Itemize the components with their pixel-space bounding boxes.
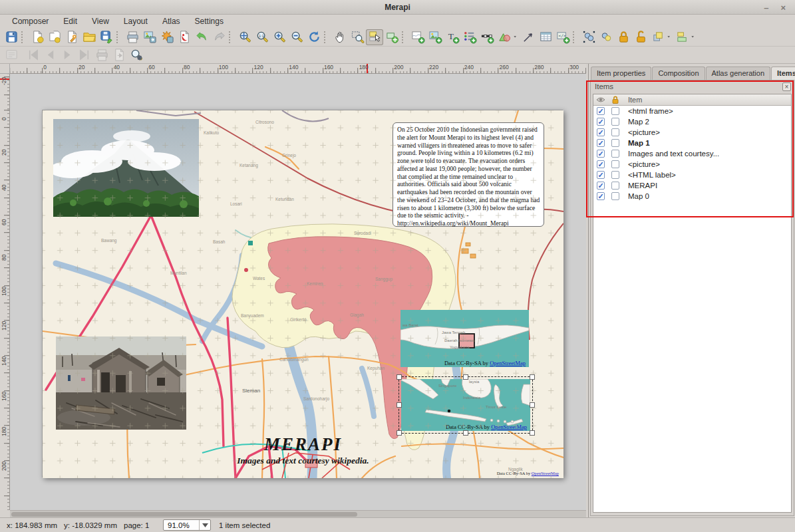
visibility-checkbox[interactable]: ✓ bbox=[597, 171, 605, 179]
lock-items-button[interactable] bbox=[615, 29, 632, 45]
minimize-button[interactable]: – bbox=[764, 3, 768, 12]
print-atlas-button[interactable] bbox=[93, 47, 110, 63]
add-shape-dropdown[interactable] bbox=[513, 29, 520, 45]
resize-handle[interactable] bbox=[397, 402, 402, 408]
canvas-horizontal-scrollbar[interactable] bbox=[10, 510, 586, 517]
visibility-checkbox[interactable]: ✓ bbox=[597, 128, 605, 136]
duplicate-composition-button[interactable] bbox=[46, 29, 63, 45]
add-label-button[interactable]: T bbox=[444, 29, 461, 45]
add-attribute-table-button[interactable] bbox=[537, 29, 554, 45]
item-row[interactable]: ✓Images and text courtesy... bbox=[593, 148, 791, 159]
ungroup-items-button[interactable] bbox=[597, 29, 615, 45]
zoom-in-button[interactable] bbox=[271, 29, 288, 45]
export-image-button[interactable] bbox=[141, 29, 158, 45]
select-move-item-button[interactable] bbox=[366, 29, 383, 45]
lock-checkbox[interactable] bbox=[611, 171, 619, 179]
raise-items-button[interactable] bbox=[649, 29, 667, 45]
item-row[interactable]: ✓Map 2 bbox=[593, 116, 791, 127]
zoom-full-button[interactable] bbox=[236, 29, 253, 45]
visibility-checkbox[interactable]: ✓ bbox=[597, 150, 605, 158]
zoom-actual-button[interactable]: 1:1 bbox=[253, 29, 271, 45]
atlas-settings-button[interactable] bbox=[128, 47, 145, 63]
lock-checkbox[interactable] bbox=[611, 192, 619, 200]
lock-checkbox[interactable] bbox=[611, 128, 619, 136]
composition-manager-button[interactable] bbox=[63, 29, 80, 45]
resize-handle[interactable] bbox=[397, 430, 402, 436]
item-row[interactable]: ✓MERAPI bbox=[593, 180, 791, 191]
zoom-dropdown-arrow[interactable] bbox=[199, 520, 210, 530]
pan-tool-button[interactable] bbox=[331, 29, 349, 45]
lock-checkbox[interactable] bbox=[611, 139, 619, 147]
undo-button[interactable] bbox=[193, 29, 210, 45]
lock-checkbox[interactable] bbox=[611, 160, 619, 168]
tab-atlas-generation[interactable]: Atlas generation bbox=[706, 66, 771, 80]
resize-handle[interactable] bbox=[530, 402, 535, 408]
menu-atlas[interactable]: Atlas bbox=[156, 15, 187, 27]
group-items-button[interactable] bbox=[580, 29, 597, 45]
raise-items-dropdown[interactable] bbox=[667, 29, 673, 45]
export-svg-button[interactable] bbox=[158, 29, 176, 45]
zoom-level-combo[interactable]: 91.0% bbox=[163, 519, 211, 531]
item-row[interactable]: ✓Map 0 bbox=[593, 191, 791, 201]
openstreetmap-link[interactable]: OpenStreetMap bbox=[490, 360, 526, 366]
dock-close-button[interactable]: × bbox=[782, 82, 791, 91]
close-button[interactable]: × bbox=[780, 3, 786, 12]
resize-handle[interactable] bbox=[530, 430, 535, 436]
menu-view[interactable]: View bbox=[85, 15, 116, 27]
print-button[interactable] bbox=[124, 29, 141, 45]
add-legend-button[interactable] bbox=[461, 29, 478, 45]
merapi-subtitle-label[interactable]: Images and text courtesy wikipedia. bbox=[43, 456, 563, 466]
align-items-button[interactable] bbox=[673, 29, 691, 45]
menu-composer[interactable]: Composer bbox=[5, 15, 55, 27]
align-items-dropdown[interactable] bbox=[691, 29, 697, 45]
redo-button[interactable] bbox=[210, 29, 228, 45]
add-scalebar-button[interactable] bbox=[478, 29, 496, 45]
selection-marquee[interactable] bbox=[398, 376, 533, 434]
save-as-button[interactable] bbox=[98, 29, 115, 45]
resize-handle[interactable] bbox=[463, 374, 468, 380]
previous-feature-button[interactable] bbox=[41, 47, 59, 63]
item-row[interactable]: ✓<picture> bbox=[593, 159, 791, 170]
export-atlas-button[interactable] bbox=[110, 47, 128, 63]
visibility-checkbox[interactable]: ✓ bbox=[597, 139, 605, 147]
visibility-checkbox[interactable]: ✓ bbox=[597, 182, 605, 190]
volcano-photo[interactable] bbox=[53, 119, 199, 217]
first-feature-button[interactable] bbox=[24, 47, 41, 63]
tab-item-properties[interactable]: Item properties bbox=[591, 66, 651, 80]
add-arrow-button[interactable] bbox=[520, 29, 537, 45]
article-text-frame[interactable]: On 25 October 2010 the Indonesian govern… bbox=[393, 122, 544, 227]
add-shape-button[interactable] bbox=[496, 29, 513, 45]
add-html-frame-button[interactable]: </> bbox=[554, 29, 571, 45]
resize-handle[interactable] bbox=[530, 374, 535, 380]
item-row[interactable]: ✓Map 1 bbox=[593, 138, 791, 148]
preview-atlas-button[interactable] bbox=[3, 47, 20, 63]
openstreetmap-link[interactable]: OpenStreetMap bbox=[532, 471, 559, 475]
tab-items[interactable]: Items bbox=[771, 66, 795, 80]
resize-handle[interactable] bbox=[397, 374, 402, 380]
zoom-out-button[interactable] bbox=[288, 29, 305, 45]
unlock-items-button[interactable] bbox=[632, 29, 649, 45]
add-image-button[interactable] bbox=[426, 29, 444, 45]
composition-page[interactable]: CitrosonoKalikutoGrinejoKetanangLosariKe… bbox=[42, 110, 563, 477]
menu-edit[interactable]: Edit bbox=[57, 15, 84, 27]
next-feature-button[interactable] bbox=[59, 47, 76, 63]
lock-checkbox[interactable] bbox=[611, 182, 619, 190]
lock-checkbox[interactable] bbox=[611, 107, 619, 115]
destroyed-house-photo[interactable] bbox=[56, 336, 186, 430]
new-composition-button[interactable] bbox=[29, 29, 46, 45]
item-row[interactable]: ✓<picture> bbox=[593, 127, 791, 138]
visibility-checkbox[interactable]: ✓ bbox=[597, 160, 605, 168]
lock-checkbox[interactable] bbox=[611, 118, 619, 126]
open-button[interactable] bbox=[80, 29, 98, 45]
inset-map-java[interactable]: wa Barat Jawa Tengah Daerah Istimewa Yog… bbox=[400, 310, 529, 367]
item-row[interactable]: ✓<html frame> bbox=[593, 106, 791, 116]
move-item-content-button[interactable] bbox=[383, 29, 400, 45]
last-feature-button[interactable] bbox=[76, 47, 93, 63]
add-map-button[interactable] bbox=[409, 29, 426, 45]
tab-composition[interactable]: Composition bbox=[652, 66, 705, 80]
visibility-checkbox[interactable]: ✓ bbox=[597, 118, 605, 126]
save-button[interactable] bbox=[3, 29, 20, 45]
merapi-title-label[interactable]: MERAPI bbox=[43, 434, 563, 455]
composer-canvas[interactable]: CitrosonoKalikutoGrinejoKetanangLosariKe… bbox=[10, 74, 586, 510]
visibility-checkbox[interactable]: ✓ bbox=[597, 107, 605, 115]
